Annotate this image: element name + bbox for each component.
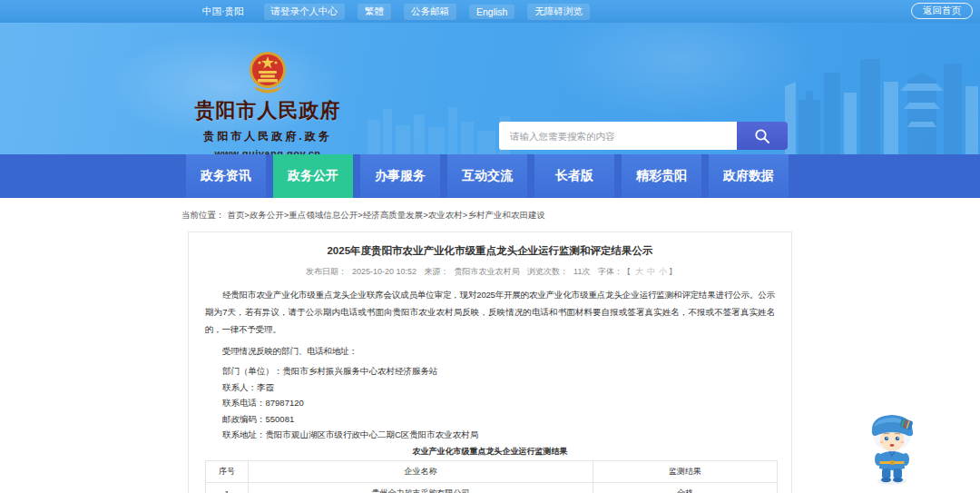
city-skyline-pagoda-decoration [771,36,980,154]
row-result: 合格 [593,482,778,493]
nav-item-services[interactable]: 办事服务 [360,154,440,198]
font-size-large-button[interactable]: 大 [635,267,643,276]
publish-date-label: 发布日期： [306,267,347,276]
table-row: 1 贵州合力超市采购有限公司 合格 [206,482,778,493]
site-title: 贵阳市人民政府 [186,97,349,124]
breadcrumb-label: 当前位置： [181,210,225,220]
topbar-link-accessibility[interactable]: 无障碍浏览 [527,4,590,20]
views-label: 浏览次数： [527,267,568,276]
publish-date: 2025-10-20 10:52 [352,267,416,276]
font-size-small-button[interactable]: 小 [659,267,667,276]
nav-item-senior-version[interactable]: 长者版 [534,154,614,198]
site-logo[interactable]: 贵阳市人民政府 贵阳市人民政府.政务 www.guiyang.gov.cn [186,50,349,154]
font-size-medium-button[interactable]: 中 [647,267,655,276]
mascot[interactable] [862,409,922,487]
table-header-company: 企业名称 [249,460,593,482]
table-header-row: 序号 企业名称 监测结果 [206,460,778,482]
article-title: 2025年度贵阳市农业产业化市级重点龙头企业运行监测和评定结果公示 [205,244,775,258]
table-header-result: 监测结果 [593,460,778,482]
nav-item-wonderful-guiyang[interactable]: 精彩贵阳 [622,154,701,198]
breadcrumb: 当前位置： 首页>政务公开>重点领域信息公开>经济高质量发展>农业农村>乡村产业… [181,210,545,222]
article-paragraph: 受理情况反映的部门、电话和地址： [205,342,775,360]
contact-address: 联系地址：贵阳市观山湖区市级行政中心二期C区贵阳市农业农村局 [205,427,775,443]
nav-item-gov-data[interactable]: 政府数据 [709,154,789,198]
return-home-button[interactable]: 返回首页 [911,3,973,19]
site-subtitle: 贵阳市人民政府.政务 [186,129,349,144]
monitoring-result-table: 序号 企业名称 监测结果 1 贵州合力超市采购有限公司 合格 2 贵州友禾种业有… [205,460,778,493]
views-count: 11次 [573,267,590,276]
contact-postcode: 邮政编码：550081 [205,411,775,428]
topbar-link-english[interactable]: English [469,5,514,19]
page: 中国·贵阳 请登录个人中心 繁體 公务邮箱 English 无障碍浏览 返回首页 [0,0,980,493]
top-utility-bar: 中国·贵阳 请登录个人中心 繁體 公务邮箱 English 无障碍浏览 返回首页 [0,0,980,23]
topbar-link-login-personal-center[interactable]: 请登录个人中心 [264,4,346,20]
nav-item-gov-disclosure[interactable]: 政务公开 [273,154,353,198]
contact-person: 联系人：李霞 [205,380,775,396]
search-button[interactable] [737,122,788,150]
monitoring-table-title: 农业产业化市级重点龙头企业运行监测结果 [205,446,775,458]
contact-phone: 联系电话：87987120 [205,395,775,411]
city-skyline-decoration [363,100,517,154]
topbar-link-china-guiyang[interactable]: 中国·贵阳 [195,4,251,20]
row-no: 1 [206,482,249,493]
font-size-label-close: 】 [669,267,677,276]
breadcrumb-path[interactable]: 首页>政务公开>重点领域信息公开>经济高质量发展>农业农村>乡村产业和农田建设 [227,210,545,220]
search-icon [754,128,770,144]
main-nav: 政务资讯 政务公开 办事服务 互动交流 长者版 精彩贵阳 政府数据 [0,154,980,198]
source: 贵阳市农业农村局 [455,267,520,276]
contact-department: 部门（单位）：贵阳市乡村振兴服务中心农村经济服务站 [205,363,775,380]
search-input[interactable] [499,122,737,150]
source-label: 来源： [425,267,449,276]
national-emblem-icon [249,50,287,94]
nav-item-interaction[interactable]: 互动交流 [447,154,527,198]
font-size-label: 字体：【 [598,267,631,276]
article-card: 2025年度贵阳市农业产业化市级重点龙头企业运行监测和评定结果公示 发布日期：2… [188,232,792,493]
row-company-name: 贵州合力超市采购有限公司 [249,482,593,493]
nav-item-news[interactable]: 政务资讯 [186,154,266,198]
site-url: www.guiyang.gov.cn [186,148,349,154]
article-meta: 发布日期：2025-10-20 10:52 来源：贵阳市农业农村局 浏览次数：1… [205,266,775,278]
topbar-link-traditional-chinese[interactable]: 繁體 [358,4,391,20]
topbar-link-official-mail[interactable]: 公务邮箱 [404,4,456,20]
table-header-no: 序号 [206,460,249,482]
site-header: 贵阳市人民政府 贵阳市人民政府.政务 www.guiyang.gov.cn 热搜… [0,23,980,154]
article-paragraph: 经贵阳市农业产业化市级重点龙头企业联席会议成员单位审定，现对2025年开展的农业… [205,286,775,338]
